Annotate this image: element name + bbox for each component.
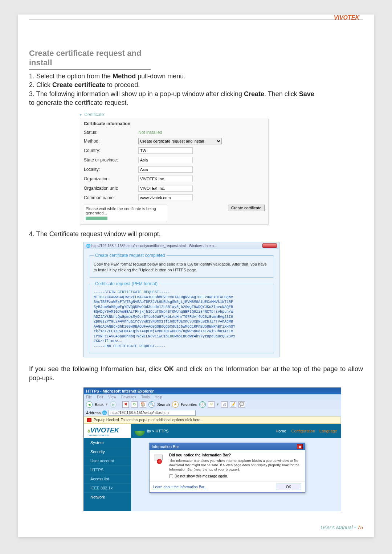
back-icon[interactable]: ◄ — [86, 401, 93, 408]
cn-input[interactable] — [138, 194, 193, 201]
browser-menu[interactable]: File Edit View Favorites Tools Help — [84, 394, 341, 400]
certificate-collapse-label: Certificate: — [84, 112, 105, 117]
information-bar[interactable]: Pop-up blocked. To see this pop-up or ad… — [84, 416, 341, 424]
state-label: State or province: — [84, 157, 138, 163]
wait-box: Please wait while the certificate is bei… — [84, 205, 167, 222]
pem-legend: Certificate request (PEM format) — [94, 281, 159, 286]
pem-fieldset: Certificate request (PEM format) -----BE… — [89, 281, 274, 353]
sidebar-item-ieee[interactable]: IEEE 802.1x — [84, 483, 131, 492]
completed-fieldset: Create certificate request completed Cop… — [89, 253, 274, 278]
dialog-question: Did you notice the Information Bar? — [169, 453, 231, 457]
country-label: Country: — [84, 148, 138, 153]
dont-show-checkbox[interactable] — [169, 474, 173, 478]
sidebar-item-access[interactable]: Access list — [84, 474, 131, 483]
sidebar-item-user[interactable]: User account — [84, 456, 131, 465]
favorites-icon[interactable]: ★ — [172, 401, 179, 408]
step3-a: 3. The following information will show u… — [29, 90, 244, 98]
stop-icon[interactable]: ✖ — [122, 401, 129, 408]
create-certificate-button[interactable]: Create certificate — [228, 205, 265, 211]
logo-sub: THE EYE IN THE SKY — [87, 434, 129, 436]
menu-file[interactable]: File — [86, 395, 92, 399]
discuss-icon[interactable]: 💬 — [238, 401, 245, 408]
dont-show-label: Do not show this message again. — [175, 474, 228, 478]
sidebar: &VIVOTEK THE EYE IN THE SKY System Secur… — [84, 424, 131, 511]
refresh-icon[interactable]: ⟳ — [131, 401, 138, 408]
link-lang[interactable]: Language — [319, 429, 337, 433]
link-config[interactable]: Configuration — [291, 429, 315, 433]
cn-label: Common name: — [84, 195, 138, 200]
step1-method: Method — [113, 73, 136, 80]
browser-toolbar: ◄ Back ▾ ► - ✖ ⟳ 🏠 🔍 Search ★ Favorites … — [84, 400, 341, 409]
certificate-panel: ▾ Certificate: Certificate information S… — [80, 112, 269, 225]
ok-button[interactable]: OK — [276, 484, 301, 490]
org-label: Organization: — [84, 176, 138, 181]
locality-label: Locality: — [84, 167, 138, 172]
sidebar-item-network[interactable]: Network — [84, 492, 131, 501]
status-value: Not installed — [138, 130, 162, 135]
forward-icon[interactable]: ► — [110, 401, 117, 408]
dialog-title: Information Bar — [152, 444, 179, 449]
status-label: Status: — [84, 130, 138, 135]
learn-link[interactable]: Learn about the Information Bar... — [153, 485, 207, 489]
completed-instructions: Copy the PEM format request below and se… — [94, 262, 269, 273]
close-icon[interactable]: ✕ — [297, 444, 303, 449]
certificate-collapse[interactable]: ▾ Certificate: — [80, 112, 269, 117]
menu-tools[interactable]: Tools — [141, 395, 150, 399]
menu-help[interactable]: Help — [155, 395, 162, 399]
browser-window: HTTPS - Microsoft Internet Explorer File… — [83, 387, 341, 511]
section-title: Create certificate request and install — [29, 49, 151, 70]
dialog-body: The Information Bar alerts you when Inte… — [169, 459, 301, 472]
edit-src-icon[interactable]: 📝 — [230, 401, 236, 408]
globe-icon — [135, 426, 145, 436]
completed-legend: Create certificate request completed — [94, 253, 167, 258]
progress-bar — [86, 217, 107, 220]
step4: 4. The Certificate request window will p… — [29, 230, 363, 238]
sidebar-item-https[interactable]: HTTPS — [84, 465, 131, 474]
menu-fav[interactable]: Favorites — [121, 395, 136, 399]
logo: &VIVOTEK THE EYE IN THE SKY — [84, 424, 131, 438]
menu-view[interactable]: View — [108, 395, 116, 399]
ie-icon: 🌐 — [86, 244, 90, 248]
menu-edit[interactable]: Edit — [97, 395, 103, 399]
method-label: Method: — [84, 139, 138, 144]
address-input[interactable] — [109, 410, 196, 416]
window-controls-icon[interactable] — [262, 243, 277, 248]
brand-label: VIVOTEK — [334, 15, 359, 21]
home-icon[interactable]: 🏠 — [140, 401, 146, 408]
chevron-down-icon: ▾ — [80, 113, 82, 117]
step3-b: Create — [244, 90, 264, 98]
print-icon[interactable]: 🖨 — [221, 401, 228, 408]
cert-info-title: Certificate information — [84, 121, 265, 126]
mail-icon[interactable]: ✉ — [208, 401, 215, 408]
locality-input[interactable] — [138, 166, 193, 173]
step1-a: 1. Select the option from the — [29, 73, 113, 80]
orgunit-input[interactable] — [138, 185, 193, 192]
wait-message: Please wait while the certificate is bei… — [86, 206, 156, 215]
history-icon[interactable]: 🕘 — [199, 401, 206, 408]
favorites-label[interactable]: Favorites — [181, 402, 197, 407]
address-label: Address — [86, 411, 101, 415]
step2-c: to proceed. — [105, 81, 140, 89]
ie-page-icon: 🌐 — [102, 410, 107, 415]
link-home[interactable]: Home — [275, 429, 287, 433]
method-select[interactable]: Create certificate request and install — [138, 138, 222, 144]
search-icon[interactable]: 🔍 — [148, 401, 155, 408]
pem-text: -----BEGIN CERTIFICATE REQUEST----- MIIB… — [94, 290, 269, 349]
step3-d: Save — [299, 90, 314, 98]
org-input[interactable] — [138, 176, 193, 182]
step3-e: to generate the certificate request. — [29, 99, 128, 106]
sidebar-item-security[interactable]: Security — [84, 447, 131, 456]
state-input[interactable] — [138, 157, 193, 163]
info-para-a: If you see the following Information bar… — [29, 365, 164, 373]
popup-url: 🌐 http://192.168.4.168/setup/security/ce… — [86, 244, 217, 248]
search-label[interactable]: Search — [157, 402, 170, 407]
browser-title: HTTPS - Microsoft Internet Explorer — [84, 388, 341, 394]
orgunit-label: Organization unit: — [84, 186, 138, 191]
back-label[interactable]: Back — [95, 402, 103, 407]
sidebar-item-system[interactable]: System — [84, 438, 131, 447]
blocked-icon — [87, 418, 91, 422]
step3-c: . Then click — [264, 90, 299, 98]
information-dialog: Information Bar ✕ Did you notice the Inf… — [149, 443, 305, 493]
country-input[interactable] — [138, 147, 193, 154]
cert-request-window: 🌐 http://192.168.4.168/setup/security/ce… — [83, 242, 279, 357]
